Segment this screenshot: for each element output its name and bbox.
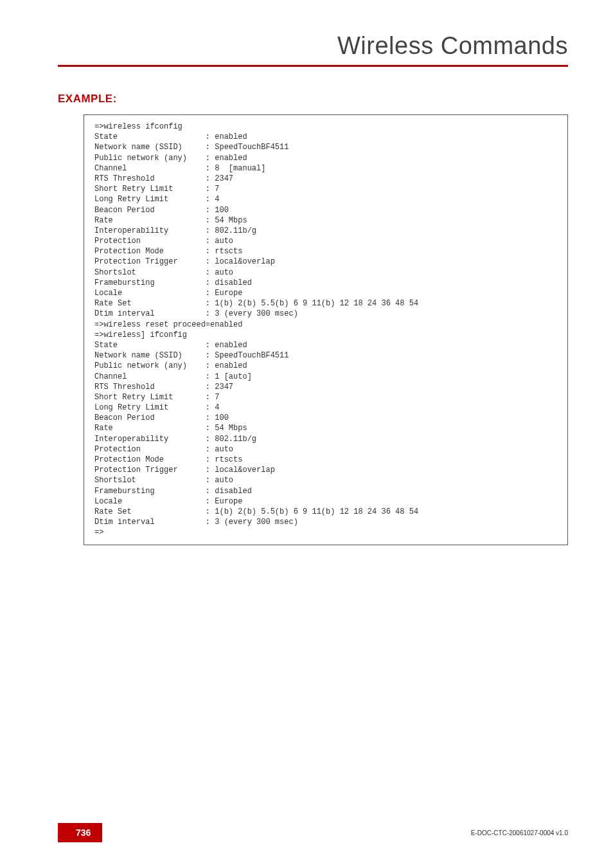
- page-number-badge: 736: [58, 823, 102, 842]
- example-heading: EXAMPLE:: [58, 93, 574, 105]
- page-title: Wireless Commands: [58, 32, 568, 60]
- header-rule: [58, 65, 568, 67]
- code-block: =>wireless ifconfig State : enabled Netw…: [84, 114, 568, 545]
- doc-id: E-DOC-CTC-20061027-0004 v1.0: [471, 829, 568, 836]
- footer: 736 E-DOC-CTC-20061027-0004 v1.0: [58, 823, 568, 842]
